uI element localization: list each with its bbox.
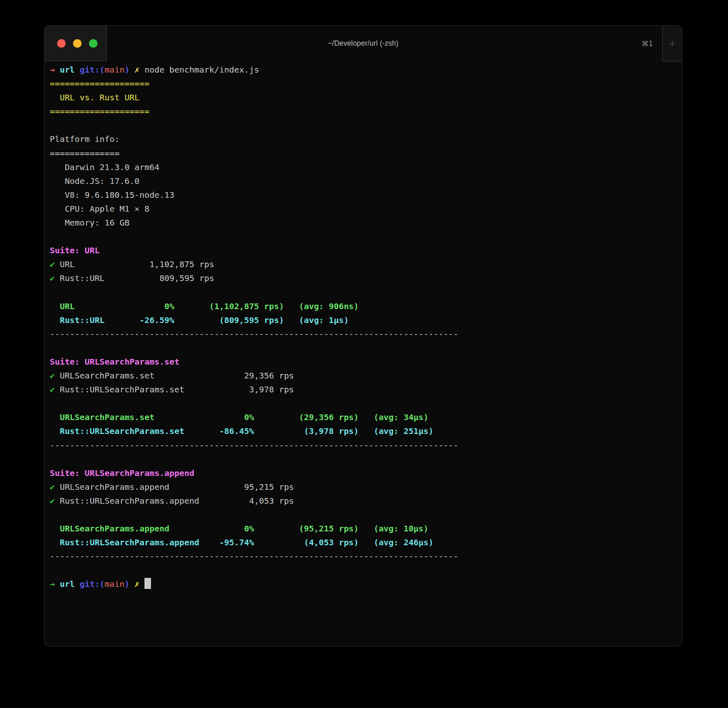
titlebar: ~/Developer/url (-zsh) ⌘1 + <box>44 26 682 61</box>
terminal-text-segment: ) <box>124 65 134 75</box>
terminal-output[interactable]: → url git:(main) ✗ node benchmark/index.… <box>44 61 682 591</box>
terminal-text-segment: Suite: URLSearchParams.set <box>50 357 179 367</box>
terminal-line: ✔ Rust::URLSearchParams.append 4,053 rps <box>50 494 677 508</box>
terminal-line: → url git:(main) ✗ <box>50 577 677 591</box>
terminal-line: Suite: URLSearchParams.append <box>50 466 677 480</box>
terminal-line: ============== <box>50 146 677 160</box>
terminal-line: URL vs. Rust URL <box>50 91 677 104</box>
terminal-line: ----------------------------------------… <box>50 327 677 341</box>
terminal-text-segment: url <box>60 579 80 589</box>
terminal-line: Suite: URLSearchParams.set <box>50 355 677 369</box>
terminal-line <box>50 118 677 132</box>
close-button[interactable] <box>57 39 66 48</box>
terminal-text-segment: Rust::URL -26.59% (809,595 rps) (avg: 1µ… <box>50 315 349 325</box>
terminal-line: Rust::URLSearchParams.append -95.74% (4,… <box>50 535 677 549</box>
terminal-text-segment: → <box>50 65 60 75</box>
terminal-text-segment: → <box>50 579 60 589</box>
terminal-line <box>50 452 677 466</box>
terminal-line: ✔ Rust::URLSearchParams.set 3,978 rps <box>50 383 677 396</box>
terminal-text-segment: Memory: 16 GB <box>50 218 129 228</box>
terminal-line <box>50 396 677 410</box>
terminal-text-segment: ✗ <box>135 65 144 75</box>
terminal-text-segment: Rust::URLSearchParams.append 4,053 rps <box>55 496 294 506</box>
terminal-text-segment: main <box>104 579 124 589</box>
new-tab-button[interactable]: + <box>662 26 682 62</box>
terminal-text-segment: Suite: URL <box>50 246 100 255</box>
terminal-text-segment: Suite: URLSearchParams.append <box>50 468 194 478</box>
terminal-text-segment: ----------------------------------------… <box>50 440 458 450</box>
terminal-text-segment: Rust::URL 809,595 rps <box>55 273 214 283</box>
terminal-text-segment: ✔ <box>50 273 55 283</box>
terminal-text-segment: Node.JS: 17.6.0 <box>50 176 140 186</box>
terminal-line: ==================== <box>50 77 677 91</box>
traffic-lights-tab <box>44 26 107 61</box>
terminal-text-segment: Rust::URLSearchParams.set -86.45% (3,978… <box>50 426 433 436</box>
terminal-text-segment: ✗ <box>135 579 144 589</box>
terminal-text-segment: Platform info: <box>50 134 120 144</box>
terminal-line: Darwin 21.3.0 arm64 <box>50 160 677 174</box>
terminal-line: → url git:(main) ✗ node benchmark/index.… <box>50 63 677 77</box>
terminal-text-segment: ✔ <box>50 482 55 492</box>
desktop: { "window": { "title": "~/Developer/url … <box>0 0 728 708</box>
text-cursor <box>144 578 151 589</box>
window-title: ~/Developer/url (-zsh) <box>328 26 398 61</box>
terminal-text-segment: ----------------------------------------… <box>50 329 458 339</box>
tab-shortcut-badge: ⌘1 <box>641 40 653 48</box>
terminal-text-segment: ✔ <box>50 371 55 381</box>
terminal-text-segment: Rust::URLSearchParams.set 3,978 rps <box>55 385 294 394</box>
terminal-text-segment: URLSearchParams.append 0% (95,215 rps) (… <box>50 524 428 533</box>
terminal-line <box>50 341 677 355</box>
terminal-text-segment: ==================== <box>50 106 149 116</box>
terminal-line <box>50 563 677 577</box>
terminal-line: Suite: URL <box>50 243 677 257</box>
terminal-text-segment: URLSearchParams.append 95,215 rps <box>55 482 294 492</box>
terminal-text-segment: git:( <box>80 65 104 75</box>
terminal-line <box>50 508 677 522</box>
terminal-text-segment: ✔ <box>50 259 55 269</box>
terminal-line: Rust::URL -26.59% (809,595 rps) (avg: 1µ… <box>50 313 677 327</box>
terminal-line: ✔ URLSearchParams.set 29,356 rps <box>50 369 677 383</box>
terminal-line: Node.JS: 17.6.0 <box>50 174 677 188</box>
minimize-button[interactable] <box>73 39 82 48</box>
terminal-line: Platform info: <box>50 132 677 146</box>
terminal-line: CPU: Apple M1 × 8 <box>50 202 677 216</box>
terminal-line <box>50 285 677 299</box>
terminal-line: URLSearchParams.append 0% (95,215 rps) (… <box>50 522 677 535</box>
terminal-line: Memory: 16 GB <box>50 216 677 230</box>
terminal-text-segment: url <box>60 65 80 75</box>
terminal-line: URLSearchParams.set 0% (29,356 rps) (avg… <box>50 410 677 424</box>
terminal-text-segment: URL 0% (1,102,875 rps) (avg: 906ns) <box>50 301 359 311</box>
terminal-text-segment: ) <box>124 579 134 589</box>
terminal-line: ✔ URLSearchParams.append 95,215 rps <box>50 480 677 494</box>
terminal-line: ==================== <box>50 104 677 118</box>
terminal-line: ----------------------------------------… <box>50 549 677 563</box>
terminal-text-segment: ✔ <box>50 496 55 506</box>
terminal-text-segment: ✔ <box>50 385 55 394</box>
terminal-text-segment: Rust::URLSearchParams.append -95.74% (4,… <box>50 538 433 547</box>
terminal-line: ✔ Rust::URL 809,595 rps <box>50 271 677 285</box>
terminal-text-segment: URL vs. Rust URL <box>50 93 140 102</box>
terminal-text-segment: ==================== <box>50 79 149 88</box>
zoom-button[interactable] <box>89 39 98 48</box>
terminal-text-segment: URL 1,102,875 rps <box>55 259 214 269</box>
terminal-text-segment: URLSearchParams.set 29,356 rps <box>55 371 294 381</box>
terminal-line <box>50 230 677 243</box>
terminal-text-segment: node benchmark/index.js <box>144 65 259 75</box>
terminal-text-segment: main <box>104 65 124 75</box>
terminal-line: ✔ URL 1,102,875 rps <box>50 257 677 271</box>
terminal-window: ~/Developer/url (-zsh) ⌘1 + → url git:(m… <box>44 25 682 646</box>
terminal-text-segment: Darwin 21.3.0 arm64 <box>50 162 160 172</box>
terminal-text-segment: ============== <box>50 148 120 158</box>
terminal-line: URL 0% (1,102,875 rps) (avg: 906ns) <box>50 299 677 313</box>
terminal-text-segment: URLSearchParams.set 0% (29,356 rps) (avg… <box>50 412 428 422</box>
terminal-text-segment: CPU: Apple M1 × 8 <box>50 204 149 214</box>
terminal-text-segment: git:( <box>80 579 104 589</box>
terminal-text-segment: V8: 9.6.180.15-node.13 <box>50 190 174 200</box>
terminal-line: ----------------------------------------… <box>50 438 677 452</box>
terminal-line: V8: 9.6.180.15-node.13 <box>50 188 677 202</box>
terminal-text-segment: ----------------------------------------… <box>50 551 458 561</box>
terminal-line: Rust::URLSearchParams.set -86.45% (3,978… <box>50 424 677 438</box>
